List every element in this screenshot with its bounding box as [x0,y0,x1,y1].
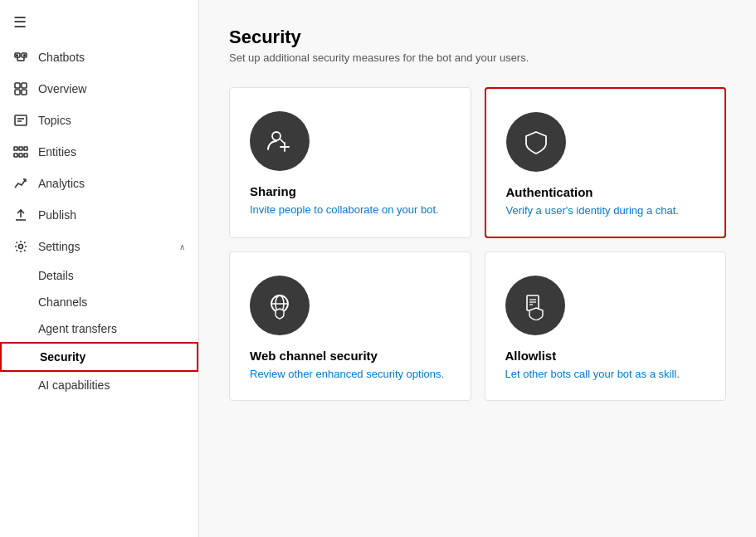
svg-rect-16 [19,147,22,150]
web-channel-card-desc: Review other enhanced security options. [250,368,451,380]
svg-rect-15 [14,154,17,157]
authentication-icon [521,127,551,157]
sidebar-item-chatbots[interactable]: Chatbots [0,41,198,73]
sidebar-item-settings[interactable]: Settings ∧ [0,231,198,262]
sidebar-sub-ai-capabilities[interactable]: AI capabilities [0,372,198,398]
svg-rect-9 [15,90,20,95]
security-cards-grid: Sharing Invite people to collaborate on … [229,87,726,401]
sidebar-publish-label: Publish [38,208,185,222]
svg-rect-17 [19,154,22,157]
sidebar-analytics-label: Analytics [38,177,185,190]
svg-line-28 [280,139,284,143]
sidebar-item-entities[interactable]: Entities [0,136,198,168]
sharing-card-desc: Invite people to collaborate on your bot… [250,203,451,216]
svg-rect-8 [22,83,27,88]
topics-icon [13,113,28,128]
sidebar: ☰ Chatbots Overview [0,0,199,537]
sharing-icon [265,126,295,156]
sidebar-item-topics[interactable]: Topics [0,105,198,136]
page-subtitle: Set up additional security measures for … [229,51,726,64]
main-content: Security Set up additional security meas… [199,0,756,537]
sidebar-sub-security[interactable]: Security [0,342,198,372]
sidebar-overview-label: Overview [38,82,185,95]
svg-rect-19 [24,154,27,157]
sidebar-item-overview[interactable]: Overview [0,73,198,105]
sidebar-sub-channels[interactable]: Channels [0,289,198,315]
sidebar-topics-label: Topics [38,114,185,127]
sidebar-sub-details[interactable]: Details [0,262,198,289]
authentication-card-title: Authentication [506,185,705,199]
hamburger-button[interactable]: ☰ [0,3,198,41]
svg-point-24 [19,245,23,249]
web-channel-icon [265,290,295,320]
settings-icon [13,239,28,254]
svg-rect-11 [15,115,27,125]
sidebar-item-analytics[interactable]: Analytics [0,168,198,199]
settings-sub-menu: Details Channels Agent transfers Securit… [0,262,198,398]
svg-rect-10 [22,90,27,95]
svg-point-3 [24,55,26,56]
entities-icon [13,144,28,159]
authentication-icon-circle [506,112,566,172]
allowlist-card-title: Allowlist [505,349,706,363]
sidebar-sub-agent-transfers[interactable]: Agent transfers [0,315,198,342]
allowlist-card[interactable]: Allowlist Let other bots call your bot a… [485,251,727,401]
chatbots-icon [13,50,28,65]
allowlist-icon [520,290,550,320]
publish-icon [13,207,28,222]
sidebar-settings-label: Settings [38,240,169,253]
svg-rect-18 [24,147,27,150]
web-channel-card-title: Web channel security [250,349,451,363]
allowlist-icon-circle [505,276,565,335]
allowlist-card-desc: Let other bots call your bot as a skill. [505,368,706,380]
overview-icon [13,81,28,96]
page-title: Security [229,27,726,48]
authentication-card-desc: Verify a user's identity during a chat. [506,204,705,217]
settings-chevron: ∧ [179,242,185,251]
web-channel-security-card[interactable]: Web channel security Review other enhanc… [229,251,471,401]
sidebar-entities-label: Entities [38,145,185,159]
svg-rect-7 [15,83,20,88]
authentication-card[interactable]: Authentication Verify a user's identity … [485,87,727,238]
svg-point-2 [17,55,18,56]
sidebar-item-publish[interactable]: Publish [0,199,198,231]
svg-rect-14 [14,147,17,150]
sidebar-chatbots-label: Chatbots [38,51,185,64]
analytics-icon [13,176,28,191]
web-channel-icon-circle [250,276,310,335]
svg-point-25 [272,132,280,140]
sharing-card[interactable]: Sharing Invite people to collaborate on … [229,87,471,238]
sharing-icon-circle [250,111,310,171]
sharing-card-title: Sharing [250,184,451,198]
